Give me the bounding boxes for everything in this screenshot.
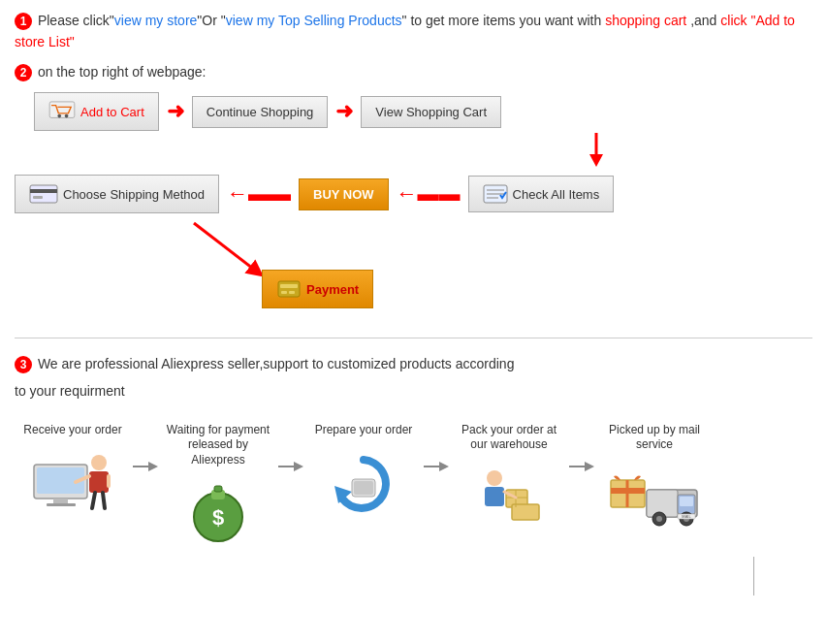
choose-shipping-button[interactable]: Choose Shipping Method xyxy=(15,175,219,213)
process-arrow4 xyxy=(567,423,596,476)
receive-order-illustration xyxy=(29,445,116,513)
step3-number: 3 xyxy=(15,356,32,373)
svg-rect-23 xyxy=(89,471,109,493)
process-arrow1 xyxy=(131,423,160,476)
step3-section: 3 We are professional Aliexpress seller,… xyxy=(15,353,812,403)
process-icon-payment: $ xyxy=(179,476,257,552)
svg-rect-38 xyxy=(354,481,373,495)
svg-rect-17 xyxy=(289,291,295,294)
process-icon-prepare xyxy=(325,445,402,521)
add-to-cart-button[interactable]: Add to Cart xyxy=(34,92,159,131)
process-section: Receive your order xyxy=(15,423,812,552)
process-label-prepare: Prepare your order xyxy=(315,423,413,438)
payment-icon xyxy=(276,278,302,300)
step2-header: 2 on the top right of webpage: xyxy=(15,61,812,82)
flow-row1: Add to Cart ➜ Continue Shopping ➜ View S… xyxy=(34,92,812,131)
process-icon-pickup: MAIL xyxy=(606,461,703,536)
svg-rect-0 xyxy=(49,102,75,118)
svg-line-26 xyxy=(92,493,95,508)
svg-rect-5 xyxy=(30,185,57,203)
view-cart-button[interactable]: View Shopping Cart xyxy=(361,96,501,128)
continue-shopping-button[interactable]: Continue Shopping xyxy=(192,96,329,128)
payment-illustration: $ xyxy=(179,476,257,544)
svg-rect-32 xyxy=(214,486,222,492)
svg-rect-6 xyxy=(30,189,57,193)
process-icon-receive xyxy=(29,445,116,521)
section-divider xyxy=(15,338,812,338)
svg-point-58 xyxy=(656,516,662,522)
top-selling-link[interactable]: view my Top Selling Products xyxy=(226,13,402,28)
pack-illustration xyxy=(465,461,553,529)
pickup-illustration: MAIL xyxy=(606,461,703,529)
step1-middle: "Or " xyxy=(197,13,225,28)
flow-row2: Choose Shipping Method ←▬▬ BUY NOW ←▬▬ C… xyxy=(15,175,812,213)
process-flow-arrow3 xyxy=(422,457,451,476)
step1-number: 1 xyxy=(15,13,32,30)
svg-text:$: $ xyxy=(212,505,224,530)
vertical-line xyxy=(753,557,754,596)
diagonal-arrow-icon xyxy=(184,218,271,281)
svg-rect-16 xyxy=(281,291,287,294)
buy-now-button[interactable]: BUY NOW xyxy=(299,178,389,210)
credit-card-icon xyxy=(29,183,58,205)
check-all-items-button[interactable]: Check All Items xyxy=(468,176,615,212)
svg-point-2 xyxy=(65,114,69,118)
process-flow-arrow2 xyxy=(276,457,305,476)
arrow1: ➜ xyxy=(167,99,184,124)
check-list-icon xyxy=(483,184,508,204)
flow-diagram: Add to Cart ➜ Continue Shopping ➜ View S… xyxy=(15,92,812,308)
svg-rect-20 xyxy=(53,499,68,503)
process-label-payment: Waiting for payment released by Aliexpre… xyxy=(165,423,271,468)
step2-number: 2 xyxy=(15,64,32,81)
process-flow: Receive your order xyxy=(15,423,812,552)
process-step-pickup: Picked up by mail service xyxy=(596,423,713,536)
process-step-pack: Pack your order at our warehouse xyxy=(451,423,567,536)
svg-rect-42 xyxy=(485,487,504,506)
prepare-illustration xyxy=(325,445,402,513)
svg-rect-15 xyxy=(280,284,298,288)
process-icon-pack xyxy=(465,461,553,536)
svg-line-13 xyxy=(194,223,257,272)
cart-icon xyxy=(48,101,76,122)
svg-rect-7 xyxy=(33,196,43,199)
down-arrow-icon xyxy=(587,133,606,167)
step1-paragraph: 1 Please click"view my store"Or "view my… xyxy=(15,10,812,53)
process-step-payment: Waiting for payment released by Aliexpre… xyxy=(160,423,276,552)
svg-rect-14 xyxy=(278,281,300,297)
step3-paragraph2: to your requirment xyxy=(15,380,812,403)
arrow2: ➜ xyxy=(335,99,353,124)
svg-rect-21 xyxy=(47,503,76,506)
arrow3: ←▬▬ xyxy=(227,181,291,207)
step3-paragraph1: 3 We are professional Aliexpress seller,… xyxy=(15,353,812,376)
process-flow-arrow4 xyxy=(567,457,596,476)
process-step-prepare: Prepare your order xyxy=(305,423,422,522)
process-label-pickup: Picked up by mail service xyxy=(601,423,708,453)
svg-text:MAIL: MAIL xyxy=(682,514,691,519)
svg-point-22 xyxy=(91,455,107,470)
process-arrow3 xyxy=(422,423,451,476)
svg-point-41 xyxy=(487,470,502,486)
process-label-receive: Receive your order xyxy=(23,423,121,438)
view-store-link[interactable]: view my store xyxy=(114,13,198,28)
payment-row: Payment xyxy=(262,270,812,308)
down-arrow-container xyxy=(587,133,812,170)
arrow4: ←▬▬ xyxy=(397,181,461,207)
svg-rect-56 xyxy=(680,497,693,506)
process-label-pack: Pack your order at our warehouse xyxy=(456,423,562,453)
process-flow-arrow1 xyxy=(131,457,160,476)
svg-point-1 xyxy=(57,114,61,118)
svg-marker-4 xyxy=(589,154,603,167)
process-arrow2 xyxy=(276,423,305,476)
process-step-receive: Receive your order xyxy=(15,423,131,522)
svg-line-27 xyxy=(103,493,105,508)
step1-prefix: Please click" xyxy=(38,13,114,28)
payment-button[interactable]: Payment xyxy=(262,270,373,308)
